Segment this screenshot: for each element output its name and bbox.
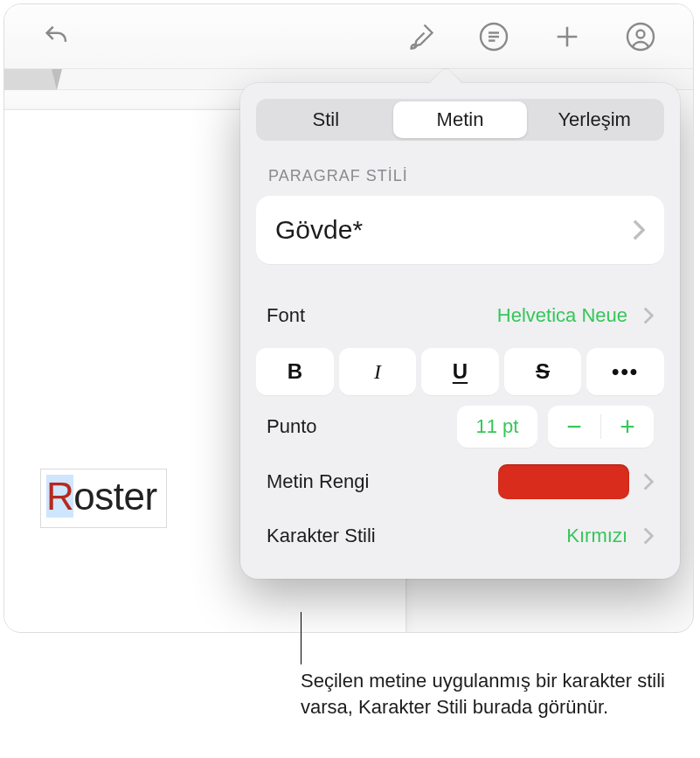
format-button[interactable] xyxy=(399,16,441,58)
ruler-marker[interactable] xyxy=(4,69,57,90)
text-color-label: Metin Rengi xyxy=(267,470,498,493)
rest-text: oster xyxy=(73,475,156,518)
format-buttons: B I U S ••• xyxy=(256,343,664,402)
font-row-value: Helvetica Neue xyxy=(497,304,627,327)
font-row-label: Font xyxy=(267,304,497,327)
paragraph-style-label: Gövde* xyxy=(275,215,633,245)
size-label: Punto xyxy=(267,415,447,438)
tab-metin[interactable]: Metin xyxy=(393,101,528,138)
italic-button[interactable]: I xyxy=(339,348,417,395)
text-box[interactable]: Roster xyxy=(40,469,167,528)
underline-button[interactable]: U xyxy=(421,348,499,395)
undo-button[interactable] xyxy=(36,16,78,58)
svg-point-7 xyxy=(637,30,645,38)
tab-stil[interactable]: Stil xyxy=(259,101,393,138)
add-button[interactable] xyxy=(546,16,588,58)
callout-line xyxy=(301,612,301,664)
plus-icon xyxy=(552,22,582,52)
person-circle-icon xyxy=(625,21,656,52)
color-swatch[interactable] xyxy=(498,464,629,499)
size-decrement[interactable]: − xyxy=(548,406,600,448)
undo-icon xyxy=(42,22,72,52)
tab-yerlesim[interactable]: Yerleşim xyxy=(527,101,662,138)
threads-button[interactable] xyxy=(473,16,515,58)
chevron-right-icon xyxy=(643,307,654,324)
svg-point-6 xyxy=(627,24,654,50)
strike-button[interactable]: S xyxy=(504,348,582,395)
character-style-row[interactable]: Karakter Stili Kırmızı xyxy=(256,509,664,563)
tab-bar: Stil Metin Yerleşim xyxy=(256,99,664,141)
character-style-label: Karakter Stili xyxy=(267,525,566,547)
text-color-row[interactable]: Metin Rengi xyxy=(256,455,664,509)
bold-button[interactable]: B xyxy=(256,348,334,395)
chevron-right-icon xyxy=(633,219,645,240)
callout-text: Seçilen metine uygulanmış bir karakter s… xyxy=(301,668,676,720)
list-circle-icon xyxy=(478,21,509,52)
paragraph-style-picker[interactable]: Gövde* xyxy=(256,196,664,264)
chevron-right-icon xyxy=(643,473,654,490)
app-window: Roster Stil Metin Yerleşim PARAGRAF STİL… xyxy=(3,3,694,633)
size-value[interactable]: 11 pt xyxy=(457,406,537,448)
more-button[interactable]: ••• xyxy=(586,348,664,395)
paintbrush-icon xyxy=(405,21,436,52)
size-increment[interactable]: + xyxy=(601,406,654,448)
character-style-value: Kırmızı xyxy=(566,525,627,547)
font-row[interactable]: Font Helvetica Neue xyxy=(256,289,664,343)
paragraph-section-header: PARAGRAF STİLİ xyxy=(268,167,664,185)
size-row: Punto 11 pt − + xyxy=(256,402,664,455)
toolbar xyxy=(4,4,693,69)
chevron-right-icon xyxy=(643,527,654,545)
collaborate-button[interactable] xyxy=(620,16,662,58)
format-popover: Stil Metin Yerleşim PARAGRAF STİLİ Gövde… xyxy=(240,83,680,579)
size-stepper: − + xyxy=(548,406,654,448)
selected-char: R xyxy=(46,475,73,518)
